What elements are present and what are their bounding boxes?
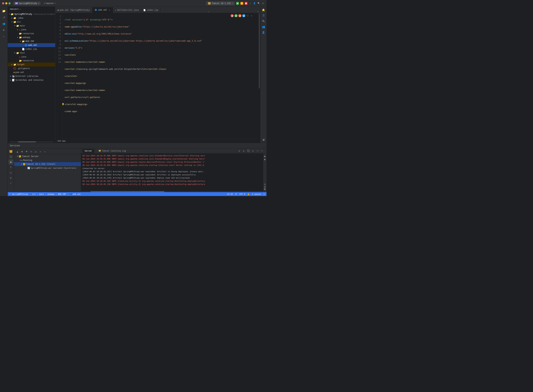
- sidebar-header: Project ▾: [8, 7, 55, 12]
- scroll-wrap-icon[interactable]: ≡: [264, 183, 266, 185]
- service-collapse-btn[interactable]: ▼: [20, 150, 24, 154]
- sidebar-item-webapp[interactable]: ▼ 📁 webapp: [8, 35, 55, 39]
- sidebar-item-resources[interactable]: ▶ 📂 resources: [8, 32, 55, 35]
- sidebar-item-main[interactable]: ▼ 📁 main: [8, 24, 55, 28]
- console-more-btn[interactable]: ⋯: [260, 149, 264, 153]
- service-refresh-btn[interactable]: ↺: [34, 150, 38, 154]
- minimize-button[interactable]: [5, 2, 7, 5]
- right-plugin-icon[interactable]: 🔌: [261, 19, 266, 24]
- scroll-up-icon[interactable]: ▲: [264, 154, 266, 158]
- sidebar-item-scratches[interactable]: ▶ 📝 Scratches and Consoles: [8, 78, 55, 82]
- service-item-tomcat-local[interactable]: ✓ ▼ 🐱 Tomcat 10.1.232 [local]: [14, 162, 81, 166]
- sidebar-item-java-test[interactable]: ▶ ☕ java: [8, 55, 55, 59]
- editor-scrollbar[interactable]: [258, 13, 260, 139]
- scroll-down-icon[interactable]: ▼: [264, 158, 266, 161]
- right-users-icon[interactable]: 👥: [261, 24, 266, 29]
- service-expand-btn[interactable]: ▲: [15, 150, 19, 154]
- activity-structure-icon[interactable]: ⊞: [1, 27, 7, 33]
- browser-firefox-icon[interactable]: ⬤: [238, 14, 242, 17]
- console-scroll-btn[interactable]: ⏎: [256, 149, 259, 153]
- services-vert-icon-1[interactable]: 🐱: [9, 149, 13, 154]
- service-filter-btn[interactable]: ▽: [29, 150, 33, 154]
- services-vert-icon-5[interactable]: □: [9, 170, 13, 175]
- services-vertical-icons: 🐱 ⬛ ⚙ T □ ℹ ⚡: [8, 148, 14, 192]
- scroll-print-icon[interactable]: 🖨: [264, 185, 266, 188]
- sidebar-item-external-libs[interactable]: ▶ 📚 External Libraries: [8, 74, 55, 78]
- sidebar-item-springmvcstudy[interactable]: ▼ 📁 SpringMVCStudy ~/Desktop/CS/JavaEE/S: [8, 12, 55, 16]
- status-linesep[interactable]: LF: [235, 193, 237, 195]
- sidebar-item-gitignore[interactable]: ▶ 🚫 .gitignore: [8, 66, 55, 70]
- sidebar-item-idea[interactable]: ▶ 📁 .idea: [8, 16, 55, 20]
- browser-edge-icon[interactable]: ⬤: [242, 14, 245, 17]
- tab-webxml[interactable]: 🔵 web.xml ✕: [93, 7, 113, 13]
- status-project[interactable]: SpringMVCStudy: [12, 193, 28, 195]
- console-scrollbar[interactable]: [81, 191, 266, 192]
- tomcat-selector[interactable]: 🐱 Tomcat 10.1.232 ▾: [206, 1, 235, 5]
- browser-chrome-icon[interactable]: ⬤: [230, 14, 234, 17]
- service-more-btn[interactable]: ⋯: [43, 150, 47, 154]
- service-item-tomcat-server[interactable]: ▼ 🐱 Tomcat Server: [14, 154, 81, 158]
- status-share-icon[interactable]: ⬡: [263, 193, 265, 195]
- run-button[interactable]: ▶: [236, 2, 239, 5]
- right-m-icon[interactable]: m: [261, 137, 266, 142]
- sidebar-item-src[interactable]: ▼ 📁 src: [8, 20, 55, 24]
- sidebar-item-resources-test[interactable]: ▶ 📂 resources: [8, 59, 55, 63]
- branch-selector[interactable]: ⎇ master ▾: [42, 2, 57, 5]
- sidebar-item-webxml[interactable]: ▶ 🔵 web.xml: [8, 43, 55, 47]
- browser-safari-icon[interactable]: ⬤: [234, 14, 238, 17]
- sidebar-item-webinf[interactable]: ▼ 📁 WEB-INF: [8, 39, 55, 43]
- project-switcher[interactable]: SM SpringMVCStudy ▾: [13, 2, 41, 5]
- services-vert-icon-2[interactable]: ⬛: [9, 154, 13, 159]
- console-refresh-btn[interactable]: ↺: [251, 149, 255, 153]
- close-button[interactable]: [2, 2, 4, 5]
- console-tab-server[interactable]: Server: [83, 149, 94, 153]
- services-vert-icon-6[interactable]: ℹ: [9, 175, 13, 180]
- tab-more-button[interactable]: ⋯: [206, 11, 211, 13]
- console-restart2-btn[interactable]: ↻: [242, 149, 246, 153]
- more-actions-button[interactable]: ⋯: [249, 2, 252, 5]
- sidebar-title: Project: [10, 8, 19, 10]
- editor-code[interactable]: <?xml version="1.0" encoding="UTF-8"?> <…: [62, 13, 258, 139]
- sidebar-item-test[interactable]: ▼ 📁 test: [8, 51, 55, 55]
- services-vert-icon-7[interactable]: ⚡: [9, 181, 13, 186]
- tab-pomxml[interactable]: m pom.xml (SpringMVCStudy): [55, 7, 93, 13]
- status-encoding[interactable]: UTF-8: [239, 193, 245, 195]
- activity-folder-icon[interactable]: 📁: [1, 8, 7, 14]
- console-stop-btn[interactable]: ⬛: [246, 149, 250, 153]
- services-vert-icon-3[interactable]: ⚙: [9, 159, 13, 164]
- services-vert-icon-4[interactable]: T: [9, 165, 13, 170]
- right-notifications-icon[interactable]: 🔔: [261, 7, 266, 12]
- tab-indexjsp[interactable]: 📄 index.jsp: [141, 7, 161, 13]
- ide-settings-button[interactable]: ⚙: [262, 2, 264, 5]
- tab-bar: m pom.xml (SpringMVCStudy) 🔵 web.xml ✕ ☕…: [55, 7, 260, 13]
- services-title: Services: [10, 144, 20, 147]
- settings-button[interactable]: ⚙: [240, 2, 243, 5]
- sidebar-item-java[interactable]: ▶ ☕ java: [8, 28, 55, 32]
- service-item-running[interactable]: ▼ ▶ Running: [14, 158, 81, 162]
- tab-webxml-close[interactable]: ✕: [108, 9, 111, 11]
- maximize-button[interactable]: [9, 2, 11, 5]
- open-in-browser-icon[interactable]: ⬡: [246, 14, 249, 17]
- search-button[interactable]: 🔍: [257, 2, 260, 5]
- close-editor-icon[interactable]: ✕: [250, 14, 253, 17]
- console-restart-btn[interactable]: ↺: [237, 149, 241, 153]
- tab-helloservlet[interactable]: ☕ HelloServlet.java: [113, 7, 141, 13]
- activity-git-icon[interactable]: 👥: [1, 21, 7, 26]
- sidebar-dropdown-icon[interactable]: ▾: [20, 8, 21, 10]
- stop-button[interactable]: ■: [245, 2, 248, 5]
- right-database-icon[interactable]: 🗄: [261, 13, 266, 18]
- sidebar-item-pomxml[interactable]: ▶ m pom.xml: [8, 70, 55, 74]
- activity-vcs-icon[interactable]: ⎇: [1, 14, 7, 20]
- sidebar-item-target[interactable]: ▶ 📁 target: [8, 63, 55, 66]
- console-tab-catalina[interactable]: 🐱 Tomcat Catalina Log: [96, 149, 128, 153]
- service-add-btn[interactable]: ↑: [38, 150, 42, 154]
- sidebar-item-indexjsp[interactable]: ▶ 📄 index.jsp: [8, 47, 55, 51]
- activity-more-icon[interactable]: ⋯: [1, 33, 7, 39]
- right-users2-icon[interactable]: 👤: [261, 30, 266, 35]
- service-item-war[interactable]: ✓ 🔄 SpringMVCStudy:war exploded [Synchro…: [14, 166, 81, 170]
- status-cursor[interactable]: 14:10: [227, 193, 233, 195]
- account-button[interactable]: 👤: [253, 2, 256, 5]
- scroll-clear-icon[interactable]: 🗑: [264, 188, 266, 190]
- status-indent[interactable]: 4 spaces: [252, 193, 261, 195]
- service-eye-btn[interactable]: 👁: [25, 150, 28, 154]
